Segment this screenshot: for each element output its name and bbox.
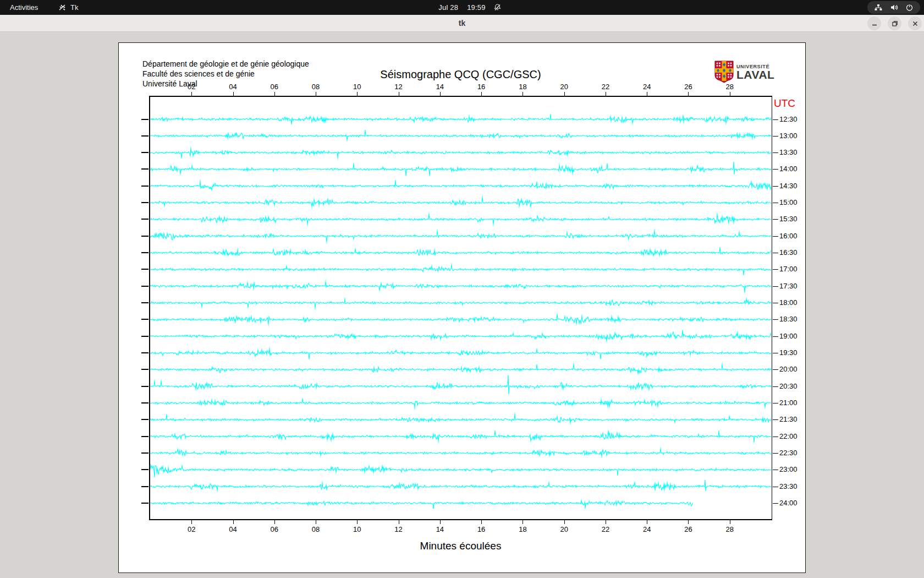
notifications-disabled-icon xyxy=(493,3,502,12)
x-tick-label-bottom: 02 xyxy=(183,525,200,533)
x-tick-bottom xyxy=(440,520,441,524)
row-time-label: 19:30 xyxy=(779,348,798,357)
row-time-label: 18:00 xyxy=(779,298,798,307)
row-tick-left xyxy=(141,319,148,320)
row-tick-left xyxy=(141,402,148,403)
x-axis-title: Minutes écoulées xyxy=(150,540,771,552)
row-tick-right xyxy=(773,369,778,370)
focused-app-button[interactable]: Tk xyxy=(58,0,78,15)
row-time-label: 20:30 xyxy=(779,382,798,390)
x-tick-label-top: 24 xyxy=(639,83,655,91)
x-tick-top xyxy=(316,92,316,96)
system-menu-button[interactable] xyxy=(867,1,920,14)
row-tick-left xyxy=(141,386,148,387)
institution-line-1: Département de géologie et de génie géol… xyxy=(142,59,309,69)
row-tick-right xyxy=(773,219,778,220)
x-tick-label-bottom: 24 xyxy=(639,525,655,533)
focused-app-label: Tk xyxy=(70,3,78,12)
row-tick-right xyxy=(773,386,778,387)
row-tick-left xyxy=(141,236,148,237)
activities-button[interactable]: Activities xyxy=(10,0,38,15)
row-time-label: 24:00 xyxy=(779,499,798,507)
maximize-button[interactable] xyxy=(888,17,901,30)
row-time-label: 23:00 xyxy=(779,465,798,473)
x-tick-label-bottom: 04 xyxy=(225,525,241,533)
row-tick-right xyxy=(773,286,778,287)
x-tick-label-top: 18 xyxy=(514,83,531,91)
x-tick-bottom xyxy=(233,520,234,524)
row-tick-right xyxy=(773,269,778,270)
x-tick-label-top: 06 xyxy=(266,83,283,91)
x-tick-label-top: 04 xyxy=(225,83,241,91)
x-tick-top xyxy=(606,92,606,96)
university-logo: UNIVERSITÉ LAVAL xyxy=(714,61,774,83)
x-tick-label-bottom: 20 xyxy=(556,525,573,533)
row-time-label: 13:30 xyxy=(779,148,798,156)
x-tick-label-top: 16 xyxy=(473,83,490,91)
row-tick-right xyxy=(773,119,778,120)
x-tick-label-top: 26 xyxy=(680,83,696,91)
row-time-label: 13:00 xyxy=(779,132,798,140)
row-time-label: 22:00 xyxy=(779,432,798,440)
row-time-label: 12:30 xyxy=(779,115,798,123)
x-tick-top xyxy=(440,92,441,96)
x-tick-bottom xyxy=(606,520,606,524)
logo-laval-label: LAVAL xyxy=(736,69,774,80)
minimize-icon xyxy=(871,20,878,27)
x-tick-label-top: 12 xyxy=(391,83,407,91)
x-tick-bottom xyxy=(647,520,647,524)
network-icon xyxy=(874,3,883,12)
row-tick-right xyxy=(773,152,778,153)
x-tick-label-bottom: 14 xyxy=(432,525,448,533)
x-tick-bottom xyxy=(274,520,275,524)
minimize-button[interactable] xyxy=(867,17,881,30)
x-tick-top xyxy=(730,92,730,96)
tk-icon xyxy=(58,3,67,12)
row-tick-right xyxy=(773,419,778,420)
close-button[interactable] xyxy=(908,17,922,30)
window-titlebar[interactable]: tk xyxy=(0,15,924,32)
row-tick-left xyxy=(141,486,148,487)
close-icon xyxy=(912,20,919,27)
row-tick-right xyxy=(773,169,778,170)
x-tick-label-bottom: 22 xyxy=(597,525,614,533)
row-time-label: 16:30 xyxy=(779,248,798,257)
x-tick-top xyxy=(564,92,565,96)
row-tick-right xyxy=(773,186,778,187)
row-tick-right xyxy=(773,453,778,454)
power-icon xyxy=(905,3,914,12)
row-tick-left xyxy=(141,419,148,420)
row-time-label: 14:00 xyxy=(779,165,798,173)
row-tick-right xyxy=(773,136,778,137)
clock-date: Jul 28 xyxy=(438,3,458,12)
clock-button[interactable]: Jul 28 19:59 xyxy=(438,0,485,15)
x-tick-label-bottom: 16 xyxy=(473,525,490,533)
row-tick-left xyxy=(141,336,148,337)
row-tick-left xyxy=(141,186,148,187)
row-tick-left xyxy=(141,369,148,370)
x-tick-label-bottom: 06 xyxy=(266,525,283,533)
row-time-label: 21:30 xyxy=(779,415,798,423)
x-tick-label-bottom: 08 xyxy=(307,525,324,533)
x-tick-top xyxy=(274,92,275,96)
x-tick-bottom xyxy=(688,520,689,524)
x-tick-top xyxy=(647,92,647,96)
x-tick-bottom xyxy=(564,520,565,524)
window-title: tk xyxy=(0,19,924,28)
row-tick-right xyxy=(773,503,778,504)
row-tick-left xyxy=(141,452,148,454)
row-tick-left xyxy=(141,352,148,353)
row-time-label: 20:00 xyxy=(779,365,798,373)
x-tick-label-top: 02 xyxy=(183,83,200,91)
row-tick-right xyxy=(773,353,778,353)
x-tick-label-top: 22 xyxy=(597,83,614,91)
row-time-label: 18:30 xyxy=(779,315,798,323)
plot-frame xyxy=(149,96,772,520)
x-tick-top xyxy=(357,92,358,96)
row-tick-left xyxy=(141,135,148,137)
row-tick-right xyxy=(773,336,778,337)
row-time-label: 19:00 xyxy=(779,332,798,340)
utc-label: UTC xyxy=(774,97,795,110)
x-tick-bottom xyxy=(316,520,316,524)
row-time-label: 21:00 xyxy=(779,399,798,407)
